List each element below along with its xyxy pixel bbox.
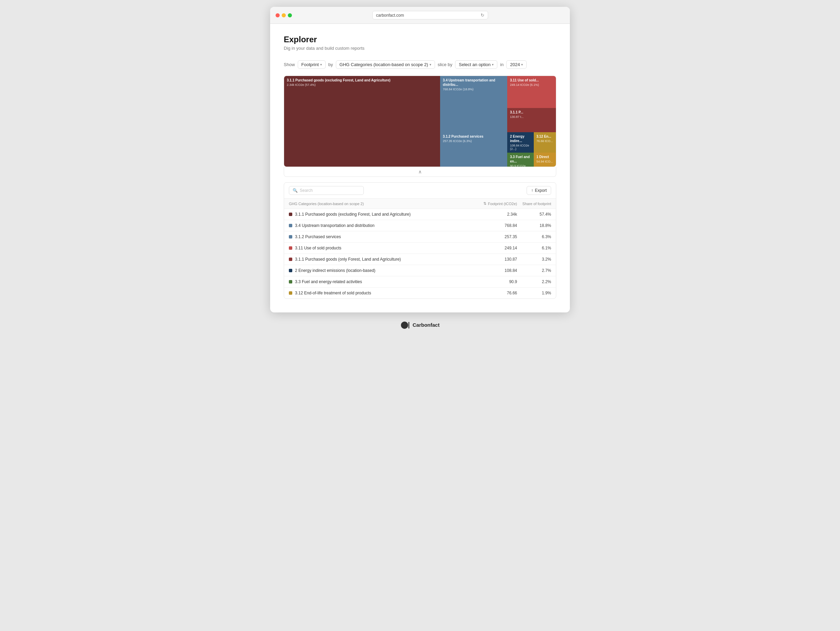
export-button[interactable]: ↑ Export xyxy=(527,186,551,195)
treemap-cell-use-sold[interactable]: 3.11 Use of sold... 249.14 tCO2e (6.1%) xyxy=(507,76,556,108)
row-color-dot xyxy=(289,235,292,239)
slice-dropdown-arrow: ▾ xyxy=(492,63,494,66)
col-share-header: Share of footprint xyxy=(517,202,551,206)
url-text: carbonfact.com xyxy=(376,13,404,18)
by-label: by xyxy=(328,62,333,67)
footprint-dropdown[interactable]: Footprint ▾ xyxy=(298,60,326,69)
treemap-cell-direct[interactable]: 1 Direct 54.94 tCO... xyxy=(534,153,556,167)
treemap: 3.1.1 Purchased goods (excluding Forest,… xyxy=(284,76,556,167)
row-label: 3.11 Use of sold products xyxy=(295,246,476,250)
row-label: 3.12 End-of-life treatment of sold produ… xyxy=(295,291,476,296)
treemap-cell-upstream[interactable]: 3.4 Upstream transportation and distribu… xyxy=(440,76,507,132)
year-dropdown[interactable]: 2024 ▾ xyxy=(506,60,527,69)
treemap-cell-label: 3.1.1 Purchased goods (excluding Forest,… xyxy=(287,78,437,82)
row-footprint: 257.35 xyxy=(476,234,517,239)
collapse-button[interactable]: ∧ xyxy=(284,167,556,177)
col-category-header: GHG Categories (location-based on scope … xyxy=(289,202,476,206)
row-share: 18.8% xyxy=(517,223,551,228)
row-label: 3.1.1 Purchased goods (excluding Forest,… xyxy=(295,212,476,217)
treemap-bottom-right: 2 Energy indire... 108.84 tCO2e (2...) 3… xyxy=(507,132,556,167)
row-label: 3.3 Fuel and energy-related activities xyxy=(295,279,476,284)
row-footprint: 249.14 xyxy=(476,246,517,250)
treemap-container: 3.1.1 Purchased goods (excluding Forest,… xyxy=(284,76,556,167)
row-footprint: 2.34k xyxy=(476,212,517,217)
treemap-bottom-right-bottom: 3.3 Fuel and en... 90.9 tCO2e (2.2%) 1 D… xyxy=(507,153,556,167)
table-row[interactable]: 3.4 Upstream transportation and distribu… xyxy=(284,220,556,231)
col-footprint-header: ⇅ Footprint (tCO2e) xyxy=(476,201,517,206)
category-dropdown[interactable]: GHG Categories (location-based on scope … xyxy=(336,60,435,69)
in-label: in xyxy=(500,62,504,67)
row-label: 2 Energy indirect emissions (location-ba… xyxy=(295,268,476,273)
treemap-cell-fuel[interactable]: 3.3 Fuel and en... 90.9 tCO2e (2.2%) xyxy=(507,153,534,167)
row-label: 3.1.1 Purchased goods (only Forest, Land… xyxy=(295,257,476,262)
table-body: 3.1.1 Purchased goods (excluding Forest,… xyxy=(284,209,556,299)
category-dropdown-arrow: ▾ xyxy=(429,63,431,66)
footer-brand: ⬤| Carbonfact xyxy=(401,321,440,329)
treemap-cell-purchased-services[interactable]: 3.1.2 Purchased services 257.35 tCO2e (6… xyxy=(440,132,507,167)
reload-icon[interactable]: ↻ xyxy=(481,13,485,18)
footprint-dropdown-arrow: ▾ xyxy=(320,63,322,66)
treemap-cell-energy-indirect[interactable]: 2 Energy indire... 108.84 tCO2e (2...) xyxy=(507,132,534,153)
row-share: 2.7% xyxy=(517,268,551,273)
traffic-lights xyxy=(276,13,292,17)
row-color-dot xyxy=(289,224,292,227)
row-footprint: 76.66 xyxy=(476,291,517,296)
show-label: Show xyxy=(284,62,295,67)
table-header: GHG Categories (location-based on scope … xyxy=(284,199,556,209)
row-color-dot xyxy=(289,291,292,295)
row-color-dot xyxy=(289,280,292,283)
row-share: 2.2% xyxy=(517,279,551,284)
row-color-dot xyxy=(289,269,292,272)
search-icon: 🔍 xyxy=(293,188,298,193)
browser-window: carbonfact.com ↻ Explorer Dig in your da… xyxy=(270,7,570,312)
brand-name: Carbonfact xyxy=(412,322,439,328)
collapse-icon: ∧ xyxy=(418,169,422,174)
table-row[interactable]: 2 Energy indirect emissions (location-ba… xyxy=(284,265,556,276)
table-row[interactable]: 3.1.2 Purchased services 257.35 6.3% xyxy=(284,231,556,243)
table-row[interactable]: 3.11 Use of sold products 249.14 6.1% xyxy=(284,243,556,254)
row-label: 3.1.2 Purchased services xyxy=(295,234,476,239)
table-row[interactable]: 3.1.1 Purchased goods (excluding Forest,… xyxy=(284,209,556,220)
minimize-button[interactable] xyxy=(282,13,286,17)
slice-by-label: slice by xyxy=(438,62,452,67)
row-color-dot xyxy=(289,246,292,250)
browser-chrome: carbonfact.com ↻ xyxy=(270,7,570,24)
row-share: 6.1% xyxy=(517,246,551,250)
table-toolbar: 🔍 Search ↑ Export xyxy=(284,183,556,199)
row-footprint: 108.84 xyxy=(476,268,517,273)
year-dropdown-arrow: ▾ xyxy=(521,63,523,66)
treemap-right-top: 3.4 Upstream transportation and distribu… xyxy=(440,76,556,132)
table-section: 🔍 Search ↑ Export GHG Categories (locati… xyxy=(284,182,556,299)
table-row[interactable]: 3.3 Fuel and energy-related activities 9… xyxy=(284,276,556,288)
treemap-cell-purchased-goods[interactable]: 3.1.1 Purchased goods (excluding Forest,… xyxy=(284,76,440,167)
row-color-dot xyxy=(289,213,292,216)
treemap-right: 3.4 Upstream transportation and distribu… xyxy=(440,76,556,167)
sort-icon[interactable]: ⇅ xyxy=(483,201,486,206)
close-button[interactable] xyxy=(276,13,279,17)
search-placeholder: Search xyxy=(300,188,313,193)
row-label: 3.4 Upstream transportation and distribu… xyxy=(295,223,476,228)
row-color-dot xyxy=(289,258,292,261)
slice-by-dropdown[interactable]: Select an option ▾ xyxy=(455,60,497,69)
treemap-bottom-right-top: 2 Energy indire... 108.84 tCO2e (2...) 3… xyxy=(507,132,556,153)
brand-icon: ⬤| xyxy=(401,321,410,329)
row-share: 1.9% xyxy=(517,291,551,296)
treemap-right-top-right: 3.11 Use of sold... 249.14 tCO2e (6.1%) … xyxy=(507,76,556,132)
row-footprint: 768.84 xyxy=(476,223,517,228)
treemap-right-bottom: 3.1.2 Purchased services 257.35 tCO2e (6… xyxy=(440,132,556,167)
table-row[interactable]: 3.12 End-of-life treatment of sold produ… xyxy=(284,288,556,299)
treemap-cell-value: 2.34k tCO2e (57.4%) xyxy=(287,83,437,87)
export-icon: ↑ xyxy=(531,188,533,193)
treemap-cell-endoflife[interactable]: 3.12 En... 76.66 tCO... xyxy=(534,132,556,153)
row-footprint: 130.87 xyxy=(476,257,517,262)
row-footprint: 90.9 xyxy=(476,279,517,284)
table-row[interactable]: 3.1.1 Purchased goods (only Forest, Land… xyxy=(284,254,556,265)
page-title: Explorer xyxy=(284,35,556,44)
fullscreen-button[interactable] xyxy=(288,13,292,17)
page-content: Explorer Dig in your data and build cust… xyxy=(270,24,570,312)
search-box[interactable]: 🔍 Search xyxy=(289,186,364,195)
page-subtitle: Dig in your data and build custom report… xyxy=(284,46,556,51)
row-share: 57.4% xyxy=(517,212,551,217)
treemap-cell-forest[interactable]: 3.1.1 P... 130.87 t... xyxy=(507,108,556,132)
url-bar[interactable]: carbonfact.com ↻ xyxy=(372,11,488,19)
